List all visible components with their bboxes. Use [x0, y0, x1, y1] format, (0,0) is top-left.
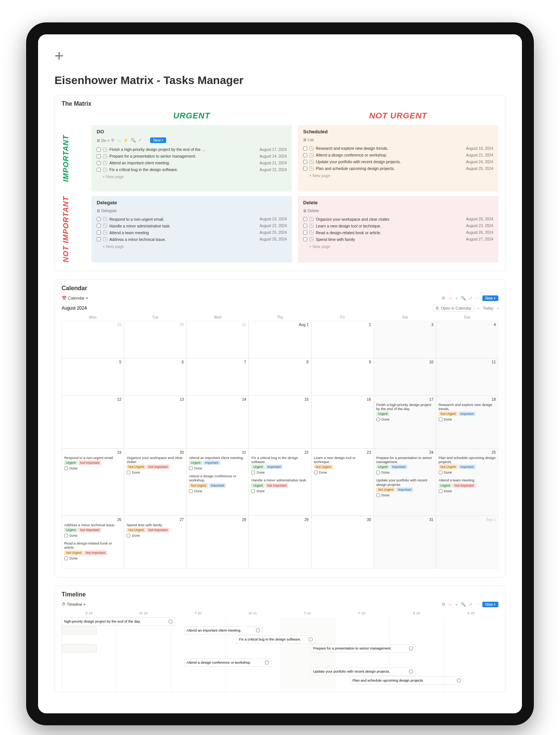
timeline-bar[interactable]: Attend a design conference or workshop. [184, 658, 271, 667]
task-row[interactable]: Finish a high-priority design project by… [97, 146, 287, 153]
task-row[interactable]: Handle a minor administrative task. Augu… [97, 223, 287, 229]
calendar-event[interactable]: Update your portfolio with recent design… [376, 478, 433, 497]
more-icon[interactable]: ⋯ [475, 602, 479, 607]
sort-icon[interactable]: ↑↓ [117, 138, 121, 143]
done-checkbox[interactable] [251, 471, 255, 474]
task-row[interactable]: Update your portfolio with recent design… [303, 158, 493, 165]
task-checkbox[interactable] [97, 237, 101, 241]
calendar-cell[interactable]: 2 [311, 321, 374, 358]
new-button[interactable]: New [482, 602, 498, 607]
calendar-cell[interactable]: 11 [436, 358, 498, 396]
done-checkbox[interactable] [439, 418, 442, 421]
task-row[interactable]: Spend time with family August 27, 2024 [303, 236, 493, 243]
open-in-calendar-button[interactable]: 🗓 Open in Calendar [433, 305, 474, 311]
automation-icon[interactable]: ⚡ [123, 138, 128, 143]
task-checkbox[interactable] [97, 224, 101, 228]
more-icon[interactable]: ⋯ [475, 296, 479, 301]
nav-prev[interactable]: ‹ [478, 306, 479, 310]
calendar-cell[interactable]: 3 [374, 321, 436, 358]
calendar-cell[interactable]: 28 [186, 516, 249, 569]
task-checkbox[interactable] [303, 237, 307, 241]
done-checkbox[interactable] [376, 471, 380, 474]
task-row[interactable]: Prepare for a presentation to senior man… [97, 153, 287, 159]
task-checkbox[interactable] [97, 217, 101, 221]
filter-icon[interactable]: ⚙ [442, 602, 445, 607]
timeline-bar-empty[interactable] [62, 626, 97, 635]
task-row[interactable]: Attend an important client meeting. Augu… [97, 159, 287, 166]
task-row[interactable]: Organize your workspace and clear clutte… [303, 216, 493, 223]
calendar-cell[interactable]: 10 [374, 358, 436, 396]
timeline-bar-empty[interactable] [62, 644, 97, 652]
filter-icon[interactable]: ⚙ [111, 138, 115, 143]
calendar-event[interactable]: Research and explore new design trends. … [439, 403, 496, 422]
new-page-delete[interactable]: + New page [303, 243, 493, 249]
calendar-cell[interactable]: 29 [249, 516, 311, 569]
calendar-event[interactable]: Finish a high-priority design project by… [376, 403, 433, 422]
calendar-cell[interactable]: 16 [311, 396, 374, 449]
sort-icon[interactable]: ↑↓ [448, 602, 452, 607]
calendar-event[interactable]: Address a minor technical issue. UrgentN… [64, 523, 121, 537]
calendar-cell[interactable]: 12 [62, 396, 124, 449]
calendar-cell[interactable]: 5 [62, 358, 124, 396]
expand-icon[interactable]: ⤢ [469, 296, 472, 301]
search-icon[interactable]: 🔍 [461, 296, 466, 301]
do-view-tab[interactable]: ≣ Do + [97, 138, 109, 143]
calendar-cell[interactable]: 31 [186, 321, 249, 358]
calendar-view-tab[interactable]: 📅 Calendar + [62, 296, 88, 301]
calendar-cell[interactable]: Sep 1 [436, 516, 498, 569]
done-checkbox[interactable] [64, 534, 68, 537]
calendar-event[interactable]: Organize your workspace and clear clutte… [127, 456, 184, 475]
calendar-cell[interactable]: 31 [374, 516, 436, 569]
new-page-do[interactable]: + New page [97, 173, 287, 179]
done-checkbox[interactable] [64, 556, 68, 560]
calendar-cell[interactable]: 8 [249, 358, 311, 396]
timeline-bar-checkbox[interactable] [309, 638, 312, 641]
calendar-cell[interactable]: 14 [186, 396, 249, 449]
calendar-event[interactable]: Attend a design conference or workshop. … [189, 474, 246, 493]
nav-next[interactable]: › [497, 306, 499, 310]
today-button[interactable]: Today [483, 306, 493, 310]
timeline-bar-checkbox[interactable] [256, 629, 260, 632]
new-page-delegate[interactable]: + New page [97, 243, 287, 249]
add-icon[interactable]: + [455, 602, 458, 607]
calendar-cell[interactable]: 30 [311, 516, 374, 569]
calendar-event[interactable]: Fix a critical bug in the design softwar… [251, 456, 308, 475]
calendar-cell[interactable]: 29 [62, 321, 124, 358]
task-checkbox[interactable] [97, 168, 101, 172]
search-icon[interactable]: 🔍 [131, 138, 136, 143]
task-row[interactable]: Read a design-related book or article. A… [303, 229, 493, 236]
done-checkbox[interactable] [64, 466, 68, 470]
sort-icon[interactable]: ↑↓ [448, 296, 452, 300]
calendar-event[interactable]: Prepare for a presentation to senior man… [376, 456, 433, 475]
calendar-cell[interactable]: 27 Spend time with family Not UrgentNot … [124, 516, 186, 569]
done-checkbox[interactable] [314, 471, 318, 474]
expand-icon[interactable]: ⤢ [469, 602, 472, 607]
more-icon[interactable]: ⋯ [144, 138, 148, 143]
task-row[interactable]: Attend a design conference or workshop. … [303, 152, 493, 158]
search-icon[interactable]: 🔍 [461, 602, 466, 607]
task-row[interactable]: Respond to a non-urgent email. August 19… [97, 216, 287, 223]
calendar-cell[interactable]: 6 [124, 358, 186, 396]
task-row[interactable]: Fix a critical bug in the design softwar… [97, 166, 287, 173]
task-checkbox[interactable] [97, 230, 101, 235]
done-checkbox[interactable] [189, 489, 193, 493]
calendar-cell[interactable]: 4 [436, 321, 498, 358]
quadrant-do[interactable]: DO ≣ Do + ⚙ ↑↓ ⚡ 🔍 ⤢ ⋯ New [91, 125, 292, 192]
calendar-cell[interactable]: 15 [249, 396, 311, 449]
filter-icon[interactable]: ⚙ [442, 296, 445, 301]
task-checkbox[interactable] [303, 217, 307, 221]
expand-icon[interactable]: ⤢ [138, 138, 141, 143]
add-icon[interactable]: + [455, 296, 458, 300]
timeline-bar[interactable]: Plan and schedule upcoming design projec… [350, 676, 463, 685]
new-button[interactable]: New [482, 295, 498, 301]
calendar-cell[interactable]: 20 Organize your workspace and clear clu… [124, 449, 186, 516]
task-checkbox[interactable] [97, 161, 101, 165]
task-checkbox[interactable] [303, 160, 307, 164]
calendar-event[interactable]: Respond to a non-urgent email. UrgentNot… [64, 456, 121, 470]
task-checkbox[interactable] [97, 148, 101, 152]
calendar-cell[interactable]: 24 Prepare for a presentation to senior … [374, 449, 436, 516]
timeline-bar-checkbox[interactable] [457, 679, 461, 682]
calendar-cell[interactable]: 22 Fix a critical bug in the design soft… [249, 449, 311, 516]
calendar-cell[interactable]: 13 [124, 396, 186, 449]
calendar-event[interactable]: Attend a team meeting UrgentNot Importan… [439, 478, 496, 493]
